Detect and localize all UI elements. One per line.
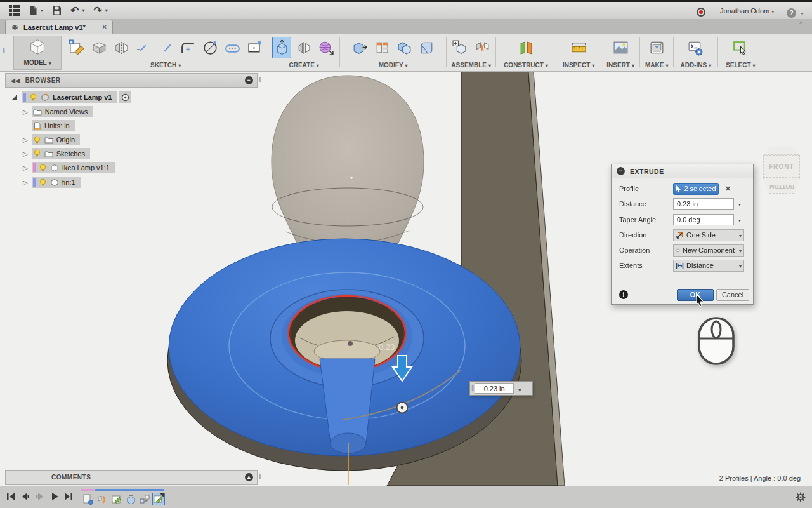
tree-item-label[interactable]: Named Views	[45, 108, 88, 116]
step-back-icon[interactable]	[21, 492, 30, 501]
timeline-active-sketch-icon[interactable]	[152, 493, 165, 505]
viewcube-top-face[interactable]	[764, 147, 799, 155]
step-forward-icon[interactable]	[36, 492, 44, 501]
distance-expand-icon[interactable]	[737, 200, 741, 208]
bulb-icon[interactable]	[39, 164, 47, 172]
go-to-end-icon[interactable]	[64, 492, 73, 501]
insert-image-icon[interactable]	[611, 37, 630, 58]
help-menu[interactable]: ?	[787, 6, 803, 18]
distance-manipulator-input[interactable]	[475, 383, 514, 394]
tab-close-icon[interactable]: ✕	[102, 23, 107, 30]
direction-dropdown[interactable]: One Side	[673, 229, 744, 241]
3d-print-icon[interactable]	[647, 37, 666, 58]
tree-item-fin[interactable]: ▷ fin:1	[23, 177, 81, 188]
timeline-component-icon[interactable]	[138, 493, 151, 505]
distance-input[interactable]	[673, 198, 734, 210]
collapse-browser-icon[interactable]: ◀◀	[11, 77, 20, 84]
comments-expand-icon[interactable]: ▴	[245, 473, 253, 481]
tree-item-origin[interactable]: ▷ Origin	[23, 134, 80, 145]
screencast-record-icon[interactable]	[697, 8, 705, 17]
fillet-solid-icon[interactable]	[417, 37, 436, 58]
redo-button[interactable]: ↷	[93, 4, 107, 17]
bulb-icon[interactable]	[39, 178, 47, 187]
save-button[interactable]	[52, 6, 62, 15]
undo-button[interactable]: ↶	[70, 4, 84, 17]
comments-resize-grip[interactable]: ‖	[259, 473, 261, 480]
collapse-ribbon-icon[interactable]: ⌃	[798, 21, 804, 29]
select-icon[interactable]	[731, 37, 750, 58]
timeline-extrude-icon[interactable]	[124, 493, 137, 505]
timeline-derive-icon[interactable]	[81, 493, 94, 505]
profile-clear-icon[interactable]: ✕	[725, 185, 731, 193]
tree-item-named-views[interactable]: ▷ Named Views	[23, 106, 93, 117]
ok-button[interactable]: OK	[677, 289, 714, 301]
lamp-shade[interactable]	[272, 76, 424, 248]
create-sketch-icon[interactable]	[67, 37, 86, 58]
drag-handle[interactable]: ‖	[471, 385, 473, 392]
bulb-icon[interactable]	[33, 136, 41, 144]
form-icon[interactable]	[317, 37, 336, 58]
collapsed-triangle-icon[interactable]: ▷	[23, 179, 28, 186]
fillet-icon[interactable]	[178, 37, 197, 58]
dialog-header[interactable]: − EXTRUDE	[612, 164, 753, 178]
mirror-icon[interactable]	[112, 37, 131, 58]
viewcube-front-face[interactable]: FRONT	[763, 155, 800, 178]
tree-item-label[interactable]: Ikea Lamp v1:1	[62, 164, 110, 171]
tree-item-ikea-lamp[interactable]: ▷ Ikea Lamp v1:1	[23, 162, 115, 173]
expand-triangle-icon[interactable]	[11, 95, 17, 100]
activate-radio-icon[interactable]	[121, 93, 129, 102]
combine-icon[interactable]	[395, 37, 414, 58]
view-cube[interactable]: FRONT BOTTOM	[759, 147, 804, 197]
collapsed-triangle-icon[interactable]: ▷	[23, 109, 28, 116]
sketch-on-surface-icon[interactable]	[89, 37, 108, 58]
construction-plane-icon[interactable]	[516, 37, 535, 58]
distance-dropdown-icon[interactable]	[516, 383, 521, 394]
dialog-collapse-icon[interactable]: −	[617, 167, 625, 175]
tree-item-label[interactable]: Lasercut Lamp v1	[53, 93, 112, 101]
tree-item-label[interactable]: Origin	[56, 136, 75, 144]
circle-diameter-icon[interactable]	[200, 37, 219, 58]
browser-resize-grip[interactable]: ‖	[259, 76, 261, 83]
info-icon[interactable]: i	[619, 290, 628, 299]
tree-item-units[interactable]: Units: in	[32, 120, 75, 131]
browser-collapse-icon[interactable]: −	[245, 76, 253, 84]
workspace-selector[interactable]: MODEL	[13, 36, 62, 70]
user-menu[interactable]: Jonathan Odom	[720, 7, 774, 15]
measure-icon[interactable]	[569, 37, 588, 58]
joint-icon[interactable]	[473, 37, 492, 58]
cancel-button[interactable]: Cancel	[716, 289, 749, 301]
collapsed-triangle-icon[interactable]: ▷	[23, 150, 28, 157]
construct-group-label[interactable]: CONSTRUCT	[504, 60, 548, 71]
create-group-label[interactable]: CREATE	[289, 60, 318, 71]
bulb-icon[interactable]	[29, 93, 37, 102]
line-construction-icon[interactable]	[134, 37, 153, 58]
tree-item-root[interactable]: Lasercut Lamp v1	[11, 91, 131, 103]
tree-item-label[interactable]: Sketches	[56, 150, 85, 157]
app-grid-icon[interactable]	[9, 5, 20, 16]
operation-dropdown[interactable]: New Component	[673, 244, 744, 257]
file-menu-button[interactable]	[29, 6, 43, 16]
collapsed-triangle-icon[interactable]: ▷	[23, 164, 28, 171]
line-dashed-icon[interactable]	[156, 37, 175, 58]
press-pull-icon[interactable]	[350, 37, 369, 58]
sketch-group-label[interactable]: SKETCH	[150, 60, 181, 71]
browser-panel-header[interactable]: ◀◀ BROWSER −	[5, 73, 258, 88]
tree-item-label[interactable]: Units: in	[44, 122, 70, 130]
timeline-joint-icon[interactable]	[96, 493, 108, 505]
play-icon[interactable]	[51, 492, 60, 501]
inspect-group-label[interactable]: INSPECT	[563, 60, 594, 71]
addins-group-label[interactable]: ADD-INS	[680, 60, 711, 71]
tree-item-sketches[interactable]: ▷ Sketches	[23, 148, 90, 159]
settings-gear-icon[interactable]	[796, 492, 806, 502]
scripts-addins-icon[interactable]	[686, 37, 705, 58]
taper-expand-icon[interactable]	[737, 216, 741, 224]
ribbon-grip[interactable]: ‖	[3, 48, 4, 71]
select-group-label[interactable]: SELECT	[726, 60, 755, 71]
rectangle-icon[interactable]	[245, 37, 264, 58]
revolve-icon[interactable]	[294, 37, 313, 58]
modify-group-label[interactable]: MODIFY	[379, 60, 408, 71]
go-to-start-icon[interactable]	[6, 492, 15, 501]
extents-dropdown[interactable]: Distance	[673, 260, 744, 272]
bulb-icon[interactable]	[33, 149, 41, 157]
assemble-group-label[interactable]: ASSEMBLE	[451, 60, 491, 71]
